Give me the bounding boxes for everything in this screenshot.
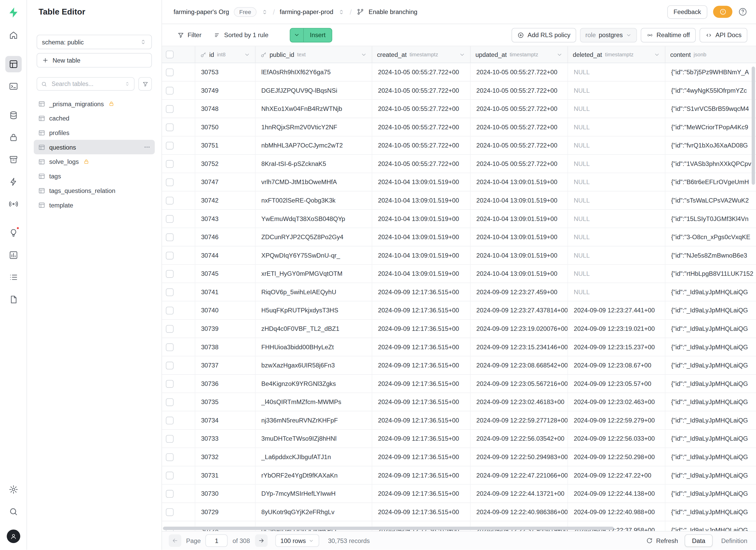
cell-updated-at[interactable]: 2024-09-09 12:23:02.46183+00 [471,393,568,411]
cell-id[interactable]: 30748 [195,100,255,118]
cell-created-at[interactable]: 2024-09-09 12:17:36.515+00 [372,466,471,484]
cell-deleted-at[interactable]: 2024-09-09 12:22:50.298+00 [568,448,665,466]
cell-updated-at[interactable]: 2024-10-05 00:55:27.722+00 [471,155,568,173]
row-select-cell[interactable] [162,173,195,191]
row-select-cell[interactable] [162,283,195,301]
cell-created-at[interactable]: 2024-09-09 12:17:36.515+00 [372,503,471,521]
row-checkbox[interactable] [166,233,174,241]
cell-updated-at[interactable]: 2024-10-05 00:55:27.722+00 [471,118,568,136]
insert-dropdown-icon[interactable] [290,28,303,42]
cell-created-at[interactable]: 2024-10-04 13:09:01.519+00 [372,210,471,228]
cell-id[interactable]: 30734 [195,411,255,429]
row-checkbox[interactable] [166,123,174,131]
cell-deleted-at[interactable]: NULL [568,210,665,228]
cell-updated-at[interactable]: 2024-09-09 12:23:08.668542+00 [471,356,568,374]
cell-created-at[interactable]: 2024-10-05 00:55:27.722+00 [372,137,471,155]
cell-public-id[interactable]: _l40sQIRTmMZfcm-MWMPs [255,393,372,411]
cell-created-at[interactable]: 2024-09-09 12:17:36.515+00 [372,320,471,338]
cell-content[interactable]: {"id":"fvrQ1bXoJ6XaAD08G [665,137,756,155]
search-tables-input[interactable] [51,80,121,88]
cell-deleted-at[interactable]: NULL [568,191,665,209]
project-selector-icon[interactable] [338,8,345,15]
column-header-created-at[interactable]: created_at timestamptz [372,46,471,63]
table-list-item[interactable]: cached [34,111,155,125]
column-header-updated-at[interactable]: updated_at timestamptz [471,46,568,63]
cell-updated-at[interactable]: 2024-09-09 12:23:19.020076+00 [471,320,568,338]
cell-content[interactable]: {"id":"15LSIyT0JGMf3Kl4Vn [665,210,756,228]
row-select-cell[interactable] [162,63,195,81]
column-menu-icon[interactable] [459,51,465,58]
cell-created-at[interactable]: 2024-09-09 12:17:36.515+00 [372,301,471,319]
cell-updated-at[interactable]: 2024-09-09 12:22:40.986386+00 [471,503,568,521]
cell-id[interactable]: 30729 [195,503,255,521]
cell-id[interactable]: 30733 [195,430,255,448]
enable-branching-button[interactable]: Enable branching [369,8,417,16]
row-select-cell[interactable] [162,430,195,448]
cell-id[interactable]: 30746 [195,228,255,246]
search-icon[interactable] [5,504,21,520]
column-header-id[interactable]: id int8 [195,46,255,63]
row-checkbox[interactable] [166,215,174,223]
row-select-cell[interactable] [162,485,195,502]
realtime-icon[interactable] [5,196,21,212]
row-checkbox[interactable] [166,306,174,314]
row-select-cell[interactable] [162,155,195,173]
storage-icon[interactable] [5,151,21,168]
select-all-cell[interactable] [162,46,195,63]
cell-deleted-at[interactable]: 2024-09-09 12:22:59.279+00 [568,411,665,429]
cell-updated-at[interactable]: 2024-09-09 12:22:44.13721+00 [471,485,568,502]
cell-content[interactable]: {"id":"MeWCriorTPopA4Kc9 [665,118,756,136]
cell-deleted-at[interactable]: NULL [568,137,665,155]
cell-content[interactable]: {"id":"_Id9aLyJpMHQLaiQG [665,375,756,393]
cell-updated-at[interactable]: 2024-10-05 00:55:27.722+00 [471,137,568,155]
cell-id[interactable]: 30736 [195,375,255,393]
api-docs-button[interactable]: API Docs [699,28,747,42]
cell-id[interactable]: 30750 [195,118,255,136]
cell-created-at[interactable]: 2024-09-09 12:17:36.515+00 [372,356,471,374]
cell-id[interactable]: 30738 [195,338,255,356]
cell-content[interactable]: {"id":"_Id9aLyJpMHQLaiQG [665,393,756,411]
cell-created-at[interactable]: 2024-09-09 12:17:36.515+00 [372,430,471,448]
cell-id[interactable]: 30735 [195,393,255,411]
cell-id[interactable]: 30743 [195,210,255,228]
cell-content[interactable]: {"id":"5b7j5Pz9WHBNmY_A [665,63,756,81]
cell-created-at[interactable]: 2024-10-05 00:55:27.722+00 [372,82,471,99]
row-select-cell[interactable] [162,118,195,136]
cell-public-id[interactable]: H5uqFKpRUTPkjxdysT3HS [255,301,372,319]
cell-content[interactable]: {"id":"_Id9aLyJpMHQLaiQG [665,485,756,502]
new-table-button[interactable]: New table [37,53,152,68]
reports-icon[interactable] [5,247,21,263]
cell-id[interactable]: 30732 [195,448,255,466]
table-list-item[interactable]: profiles [34,125,155,140]
cell-id[interactable]: 30739 [195,320,255,338]
cell-id[interactable]: 30730 [195,485,255,502]
api-docs-icon[interactable] [5,291,21,308]
cell-updated-at[interactable]: 2024-10-04 13:09:01.519+00 [471,191,568,209]
org-selector-icon[interactable] [261,8,268,15]
cell-deleted-at[interactable]: NULL [568,246,665,264]
column-menu-icon[interactable] [654,51,660,58]
cell-created-at[interactable]: 2024-09-09 12:17:36.515+00 [372,283,471,301]
cell-created-at[interactable]: 2024-10-04 13:09:01.519+00 [372,265,471,283]
settings-gear-icon[interactable] [5,481,21,498]
cell-id[interactable]: 30742 [195,191,255,209]
cell-public-id[interactable]: Be4KignzoK9YRGNl3Zgks [255,375,372,393]
table-list-item[interactable]: _prisma_migrations [34,96,155,111]
cell-deleted-at[interactable]: NULL [568,82,665,99]
notifications-badge[interactable] [713,6,732,18]
row-checkbox[interactable] [166,380,174,387]
row-select-cell[interactable] [162,393,195,411]
cell-content[interactable]: {"id":"_Id9aLyJpMHQLaiQG [665,466,756,484]
cell-id[interactable]: 30752 [195,155,255,173]
row-select-cell[interactable] [162,356,195,374]
row-checkbox[interactable] [166,453,174,461]
project-breadcrumb[interactable]: farming-paper-prod [280,8,333,16]
cell-public-id[interactable]: 1hnRQjxSRm2V0VticY2NF [255,118,372,136]
row-checkbox[interactable] [166,197,174,204]
column-menu-icon[interactable] [361,51,367,58]
cell-deleted-at[interactable]: NULL [568,265,665,283]
column-menu-icon[interactable] [244,51,250,58]
row-select-cell[interactable] [162,301,195,319]
rows-per-page-select[interactable]: 100 rows [275,534,319,547]
page-input[interactable] [206,534,228,547]
